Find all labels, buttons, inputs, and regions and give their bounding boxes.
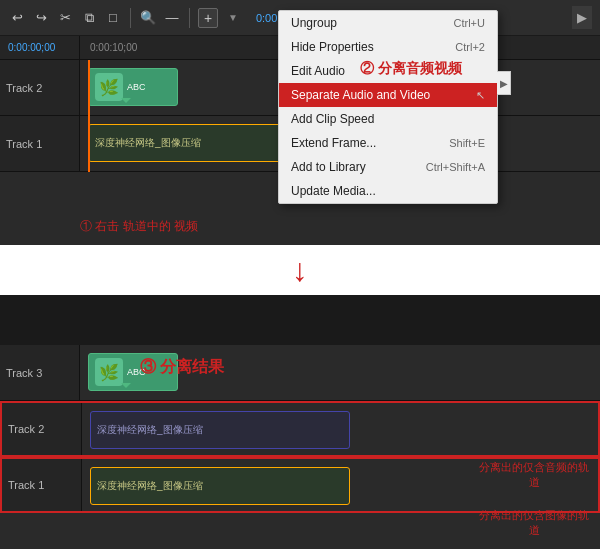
redo-icon[interactable]: ↪ [32,9,50,27]
track-1-clip-text-top: 深度神经网络_图像压缩 [95,136,201,150]
menu-label-update-media: Update Media... [291,184,376,198]
track-1-label-bottom: Track 1 [2,459,82,511]
menu-item-clip-speed[interactable]: Add Clip Speed [279,107,497,131]
track-3-name: Track 3 [6,367,42,379]
add-track-button[interactable]: + [198,8,218,28]
clip-icon-top: 🌿 [95,73,123,101]
menu-shortcut-add-library: Ctrl+Shift+A [426,161,485,173]
minus-icon[interactable]: — [163,9,181,27]
copy-icon[interactable]: ⧉ [80,9,98,27]
context-menu: Ungroup Ctrl+U Hide Properties Ctrl+2 Ed… [278,10,498,204]
sep2 [189,8,190,28]
track-2-label-top: Track 2 [0,60,80,115]
track-1-name-bottom: Track 1 [8,479,44,491]
menu-label-hide-properties: Hide Properties [291,40,374,54]
track-1-clip-bottom[interactable]: 深度神经网络_图像压缩 [90,467,350,505]
track-2-clip-top[interactable]: 🌿 ABC [88,68,178,106]
menu-item-separate[interactable]: Separate Audio and Video ↖ [279,83,497,107]
clip-marker-bottom [121,383,131,388]
annotation-audio-track: 分离出的仅含音频的轨道 [474,460,594,490]
paste-icon[interactable]: □ [104,9,122,27]
annotation-step2: ② 分离音频视频 [360,60,462,78]
menu-expand-arrow[interactable]: ▶ [497,71,511,95]
track-2-name-top: Track 2 [6,82,42,94]
menu-label-edit-audio: Edit Audio [291,64,345,78]
annotation-video-track: 分离出的仅含图像的轨道 [474,508,594,538]
divider: ↓ [0,245,600,295]
search-icon[interactable]: 🔍 [139,9,157,27]
track-2-clip-text-bottom: 深度神经网络_图像压缩 [97,423,203,437]
track-1-name-top: Track 1 [6,138,42,150]
menu-item-extend-frame[interactable]: Extend Frame... Shift+E [279,131,497,155]
expand-right-button[interactable]: ▶ [572,6,592,29]
cut-icon[interactable]: ✂ [56,9,74,27]
collapse-icon: ▼ [228,12,238,23]
track-row-2-bottom: Track 2 深度神经网络_图像压缩 [0,401,600,457]
track-1-label-top: Track 1 [0,116,80,171]
bottom-section: ③ 分离结果 分离出的仅含音频的轨道 分离出的仅含图像的轨道 Track 3 🌿… [0,345,600,549]
menu-shortcut-ungroup: Ctrl+U [454,17,485,29]
annotation-step1: ① 右击 轨道中的 视频 [80,218,198,235]
track-2-content-bottom[interactable]: 深度神经网络_图像压缩 [82,403,598,455]
track-row-3-bottom: Track 3 🌿 ABC [0,345,600,401]
menu-item-hide-properties[interactable]: Hide Properties Ctrl+2 [279,35,497,59]
menu-label-clip-speed: Add Clip Speed [291,112,374,126]
track-2-name-bottom: Track 2 [8,423,44,435]
annotation-step3: ③ 分离结果 [140,357,224,378]
sep1 [130,8,131,28]
menu-label-ungroup: Ungroup [291,16,337,30]
ruler-label-col: 0:00:00;00 [0,36,80,59]
menu-label-extend-frame: Extend Frame... [291,136,376,150]
start-timecode: 0:00:00;00 [8,42,55,53]
menu-shortcut-extend-frame: Shift+E [449,137,485,149]
clip-text-top: ABC [127,82,146,92]
clip-marker-top [121,98,131,103]
track-1-clip-text-bottom: 深度神经网络_图像压缩 [97,479,203,493]
menu-item-ungroup[interactable]: Ungroup Ctrl+U [279,11,497,35]
track-2-clip-bottom[interactable]: 深度神经网络_图像压缩 [90,411,350,449]
time-mark-1: 0:00:10;00 [90,42,137,53]
down-arrow-icon: ↓ [292,254,308,286]
track-2-label-bottom: Track 2 [2,403,82,455]
top-section: ↩ ↪ ✂ ⧉ □ 🔍 — + ▼ 0:00:01;16 ▶ 0:00:00;0… [0,0,600,245]
menu-shortcut-hide-properties: Ctrl+2 [455,41,485,53]
menu-label-separate: Separate Audio and Video [291,88,430,102]
menu-label-add-library: Add to Library [291,160,366,174]
cursor-icon: ↖ [476,89,485,102]
clip-icon-bottom: 🌿 [95,358,123,386]
undo-icon[interactable]: ↩ [8,9,26,27]
track-3-label: Track 3 [0,345,80,400]
menu-item-add-library[interactable]: Add to Library Ctrl+Shift+A [279,155,497,179]
menu-item-update-media[interactable]: Update Media... [279,179,497,203]
